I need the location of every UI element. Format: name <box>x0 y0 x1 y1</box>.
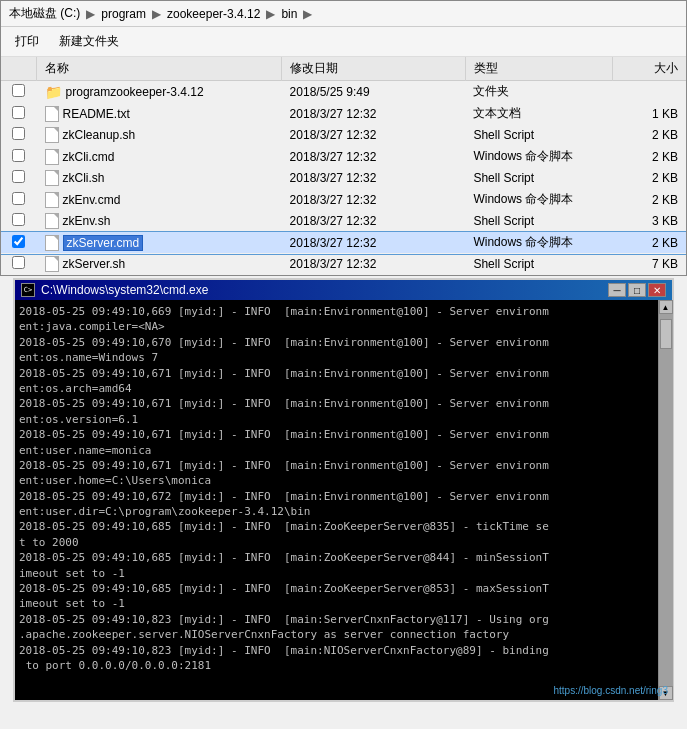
file-table: 名称 修改日期 类型 大小 📁 programzookeeper-3.4.12 … <box>1 57 686 275</box>
file-icon <box>45 256 59 272</box>
row-checkbox[interactable] <box>12 192 25 205</box>
row-type: Shell Script <box>465 211 612 232</box>
row-name-cell[interactable]: README.txt <box>37 103 282 125</box>
table-row[interactable]: zkCli.sh 2018/3/27 12:32 Shell Script 2 … <box>1 168 686 189</box>
row-name-cell[interactable]: zkCli.cmd <box>37 146 282 168</box>
row-filename: zkServer.sh <box>63 257 126 271</box>
scroll-track <box>659 314 673 686</box>
row-checkbox[interactable] <box>12 127 25 140</box>
row-type: Shell Script <box>465 168 612 189</box>
row-size: 2 KB <box>612 189 686 211</box>
cmd-close-button[interactable]: ✕ <box>648 283 666 297</box>
scroll-thumb[interactable] <box>660 319 672 349</box>
row-name-cell[interactable]: zkEnv.sh <box>37 211 282 232</box>
row-date: 2018/3/27 12:32 <box>282 168 466 189</box>
table-row[interactable]: zkCli.cmd 2018/3/27 12:32 Windows 命令脚本 2… <box>1 146 686 168</box>
row-size: 2 KB <box>612 168 686 189</box>
table-row[interactable]: 📁 programzookeeper-3.4.12 2018/5/25 9:49… <box>1 81 686 103</box>
address-sep-1: ▶ <box>86 7 95 21</box>
row-checkbox[interactable] <box>12 213 25 226</box>
row-type: Shell Script <box>465 254 612 275</box>
row-checkbox[interactable] <box>12 235 25 248</box>
new-folder-button[interactable]: 新建文件夹 <box>53 31 125 52</box>
row-name-cell[interactable]: zkServer.sh <box>37 254 282 275</box>
cmd-titlebar: C> C:\Windows\system32\cmd.exe ─ □ ✕ <box>15 280 672 300</box>
row-date: 2018/3/27 12:32 <box>282 254 466 275</box>
row-name-cell[interactable]: zkCleanup.sh <box>37 125 282 146</box>
cmd-window-icon: C> <box>21 283 35 297</box>
row-checkbox[interactable] <box>12 149 25 162</box>
row-checkbox-cell <box>1 168 37 189</box>
file-icon <box>45 213 59 229</box>
table-row[interactable]: zkServer.sh 2018/3/27 12:32 Shell Script… <box>1 254 686 275</box>
table-row[interactable]: zkEnv.sh 2018/3/27 12:32 Shell Script 3 … <box>1 211 686 232</box>
row-date: 2018/3/27 12:32 <box>282 146 466 168</box>
address-bar: 本地磁盘 (C:) ▶ program ▶ zookeeper-3.4.12 ▶… <box>1 1 686 27</box>
row-filename: README.txt <box>63 107 130 121</box>
row-size: 7 KB <box>612 254 686 275</box>
row-checkbox[interactable] <box>12 170 25 183</box>
address-part-zookeeper: zookeeper-3.4.12 <box>167 7 260 21</box>
row-type: Windows 命令脚本 <box>465 146 612 168</box>
table-row[interactable]: zkServer.cmd 2018/3/27 12:32 Windows 命令脚… <box>1 232 686 254</box>
file-icon <box>45 235 59 251</box>
row-type: Shell Script <box>465 125 612 146</box>
file-icon <box>45 106 59 122</box>
row-filename: zkServer.cmd <box>63 235 144 251</box>
cmd-body: 2018-05-25 09:49:10,669 [myid:] - INFO [… <box>15 300 672 700</box>
row-type: Windows 命令脚本 <box>465 189 612 211</box>
row-checkbox-cell <box>1 211 37 232</box>
row-date: 2018/3/27 12:32 <box>282 103 466 125</box>
table-row[interactable]: README.txt 2018/3/27 12:32 文本文档 1 KB <box>1 103 686 125</box>
row-type: Windows 命令脚本 <box>465 232 612 254</box>
toolbar: 打印 新建文件夹 <box>1 27 686 57</box>
row-checkbox[interactable] <box>12 106 25 119</box>
col-header-date[interactable]: 修改日期 <box>282 57 466 81</box>
row-filename: zkCli.sh <box>63 171 105 185</box>
row-filename: zkEnv.cmd <box>63 193 121 207</box>
file-icon <box>45 192 59 208</box>
address-sep-2: ▶ <box>152 7 161 21</box>
row-name-cell[interactable]: zkEnv.cmd <box>37 189 282 211</box>
table-row[interactable]: zkEnv.cmd 2018/3/27 12:32 Windows 命令脚本 2… <box>1 189 686 211</box>
row-date: 2018/3/27 12:32 <box>282 232 466 254</box>
row-checkbox-cell <box>1 232 37 254</box>
cmd-content[interactable]: 2018-05-25 09:49:10,669 [myid:] - INFO [… <box>15 300 672 700</box>
file-icon <box>45 127 59 143</box>
col-header-type[interactable]: 类型 <box>465 57 612 81</box>
row-name-cell[interactable]: zkCli.sh <box>37 168 282 189</box>
print-button[interactable]: 打印 <box>9 31 45 52</box>
row-size: 2 KB <box>612 125 686 146</box>
row-name-cell[interactable]: 📁 programzookeeper-3.4.12 <box>37 81 282 103</box>
row-filename: zkEnv.sh <box>63 214 111 228</box>
row-name-cell[interactable]: zkServer.cmd <box>37 232 282 254</box>
row-date: 2018/3/27 12:32 <box>282 125 466 146</box>
explorer-container: 本地磁盘 (C:) ▶ program ▶ zookeeper-3.4.12 ▶… <box>0 0 687 276</box>
folder-icon: 📁 <box>45 84 62 100</box>
cmd-scrollbar[interactable]: ▲ ▼ <box>658 300 672 700</box>
row-date: 2018/3/27 12:32 <box>282 189 466 211</box>
row-checkbox[interactable] <box>12 84 25 97</box>
row-checkbox-cell <box>1 125 37 146</box>
address-part-program: program <box>101 7 146 21</box>
row-checkbox-cell <box>1 81 37 103</box>
address-sep-4: ▶ <box>303 7 312 21</box>
row-size: 2 KB <box>612 146 686 168</box>
cmd-window: C> C:\Windows\system32\cmd.exe ─ □ ✕ 201… <box>13 278 674 702</box>
file-icon <box>45 149 59 165</box>
watermark: https://blog.csdn.net/ring3 <box>553 685 668 696</box>
row-checkbox[interactable] <box>12 256 25 269</box>
cmd-maximize-button[interactable]: □ <box>628 283 646 297</box>
col-header-name[interactable]: 名称 <box>37 57 282 81</box>
row-checkbox-cell <box>1 189 37 211</box>
cmd-text: 2018-05-25 09:49:10,669 [myid:] - INFO [… <box>19 304 656 673</box>
table-row[interactable]: zkCleanup.sh 2018/3/27 12:32 Shell Scrip… <box>1 125 686 146</box>
scroll-up-arrow[interactable]: ▲ <box>659 300 673 314</box>
row-date: 2018/5/25 9:49 <box>282 81 466 103</box>
row-checkbox-cell <box>1 254 37 275</box>
cmd-minimize-button[interactable]: ─ <box>608 283 626 297</box>
row-filename: zkCleanup.sh <box>63 128 136 142</box>
row-checkbox-cell <box>1 146 37 168</box>
row-filename: programzookeeper-3.4.12 <box>66 85 204 99</box>
col-header-size[interactable]: 大小 <box>612 57 686 81</box>
